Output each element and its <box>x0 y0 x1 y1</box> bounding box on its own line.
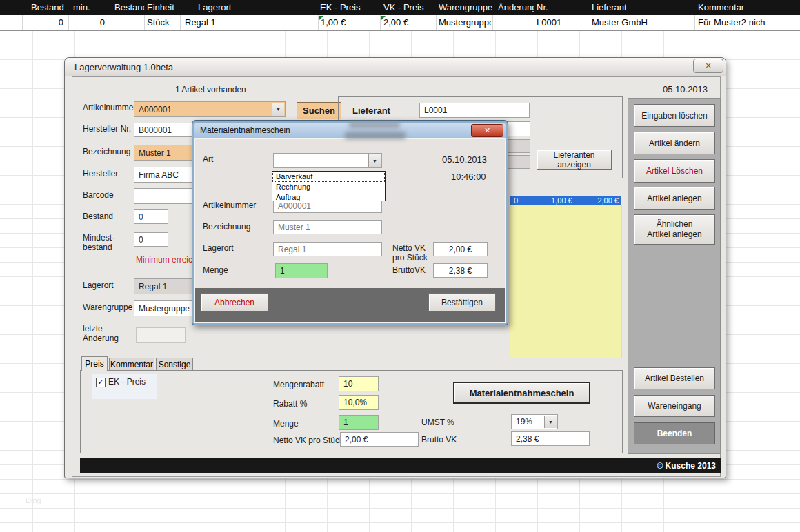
artikelnummer-value: A000001 <box>139 105 172 114</box>
lieferant-field[interactable]: L0001 <box>419 103 530 118</box>
sheet-cell[interactable] <box>110 15 145 30</box>
chevron-down-icon[interactable]: ▼ <box>544 416 557 428</box>
error-flag-icon <box>381 16 386 20</box>
sheet-header-cell[interactable]: Lieferant <box>590 0 695 15</box>
umst-combobox[interactable]: 19% ▼ <box>511 414 558 429</box>
materialentnahmeschein-button[interactable]: Materialentnahmeschein <box>453 382 590 404</box>
article-listbox[interactable] <box>510 205 622 358</box>
artikel-loeschen-button[interactable]: Artikel Löschen <box>634 159 715 183</box>
lieferanten-anzeigen-button[interactable]: Lieferanten anzeigen <box>537 150 612 170</box>
window-titlebar[interactable]: Lagerverwaltung 1.0beta ✕ <box>65 58 726 76</box>
faint-artifact-text: Ding <box>26 496 41 504</box>
sheet-cell[interactable] <box>0 15 23 30</box>
art-label: Art <box>203 154 213 164</box>
rabatt-field[interactable]: 10,0% <box>339 395 379 410</box>
sheet-cell[interactable]: Mustergruppe <box>437 15 493 30</box>
window-title: Lagerverwaltung 1.0beta <box>74 62 173 72</box>
lagerort-label: Lagerort <box>83 280 114 290</box>
chevron-down-icon[interactable]: ▼ <box>272 103 284 116</box>
barcode-field[interactable] <box>134 188 194 204</box>
close-icon[interactable]: ✕ <box>471 124 503 137</box>
selected-list-row[interactable]: 0 1,00 € 2,00 € <box>510 196 621 205</box>
sheet-header-cell[interactable]: VK - Preis <box>381 0 437 15</box>
dialog-artikelnummer-label: Artikelnummer <box>203 201 256 210</box>
sheet-header-cell[interactable]: Warengruppe <box>437 0 493 15</box>
rabatt-label: Rabatt % <box>273 399 307 409</box>
sheet-cell[interactable]: Für Muster2 nich <box>695 15 800 30</box>
mengenrabatt-label: Mengenrabatt <box>273 380 324 389</box>
dialog-button-bar: Abbrechen Bestättigen <box>195 288 505 322</box>
tab-preis[interactable]: Preis <box>81 356 108 371</box>
eingaben-loeschen-button[interactable]: Eingaben löschen <box>634 104 715 127</box>
sheet-cell[interactable]: 1,00 € <box>319 15 381 30</box>
suchen-button[interactable]: Suchen <box>297 102 341 119</box>
bestaettigen-button[interactable]: Bestättigen <box>428 293 496 311</box>
tab-kommentar[interactable]: Kommentar <box>109 358 154 371</box>
dialog-lagerort-field: Regal 1 <box>273 242 382 256</box>
sheet-header-cell[interactable]: Bestand <box>110 0 145 15</box>
art-combobox[interactable]: ▼ <box>273 153 382 168</box>
umst-value: 19% <box>516 417 532 427</box>
sheet-header-cell[interactable]: Kommentar <box>695 0 800 15</box>
lieferant-label: Lieferant <box>352 105 390 116</box>
artikel-anlegen-button[interactable]: Artikel anlegen <box>634 187 715 210</box>
ek-preis-checkbox-label: EK - Preis <box>108 377 146 387</box>
sheet-cell[interactable] <box>248 15 319 30</box>
brutto-vk-field[interactable]: 2,38 € <box>511 431 590 446</box>
sheet-header-cell[interactable]: EK - Preis <box>319 0 381 15</box>
sheet-cell[interactable]: 2,00 € <box>381 15 437 30</box>
dialog-menge-field[interactable]: 1 <box>275 263 328 278</box>
sheet-header-cell[interactable]: Bestand <box>23 0 69 15</box>
dropdown-option[interactable]: Barverkauf <box>272 172 385 182</box>
sheet-header-cell[interactable]: Änderung <box>493 0 534 15</box>
sheet-cell[interactable]: Regal 1 <box>181 15 248 30</box>
artikelnummer-combobox[interactable]: A000001 ▼ <box>134 101 286 117</box>
bestand-field[interactable]: 0 <box>134 209 168 224</box>
row-col1: 0 <box>514 196 518 205</box>
sheet-cell[interactable]: 0 <box>23 15 69 30</box>
netto-vk-label: Netto VK pro Stück <box>273 436 343 445</box>
dialog-bezeichnung-field: Muster 1 <box>273 220 382 234</box>
hersteller-nr-field[interactable]: B000001 <box>134 123 194 137</box>
sheet-header-cell[interactable]: min. <box>69 0 110 15</box>
netto-vk-field[interactable]: 2,00 € <box>340 432 419 447</box>
row-col3: 2,00 € <box>597 196 619 205</box>
ek-preis-checkbox[interactable]: ✓ <box>96 378 106 387</box>
hidden-field-stub <box>507 121 530 136</box>
aehnlichen-artikel-anlegen-button[interactable]: Ähnlichen Artikel anlegen <box>634 214 715 245</box>
mengenrabatt-field[interactable]: 10 <box>339 376 379 391</box>
menge-field[interactable]: 1 <box>339 415 379 430</box>
wareneingang-button[interactable]: Wareneingang <box>634 395 715 417</box>
artikel-bestellen-button[interactable]: Artikel Bestellen <box>634 367 715 389</box>
letzte-aenderung-label: letzteÄnderung <box>83 324 119 343</box>
sheet-header-cell[interactable]: Nr. <box>534 0 590 15</box>
dialog-netto-field[interactable]: 2,00 € <box>433 242 488 256</box>
sheet-cell[interactable]: Stück <box>145 15 181 30</box>
article-count-label: 1 Artikel vorhanden <box>175 85 246 94</box>
sheet-cell[interactable]: 0 <box>69 15 110 30</box>
lagerort-field: Regal 1 <box>134 278 194 294</box>
sheet-cell[interactable]: Muster GmbH <box>590 15 695 30</box>
dropdown-option[interactable]: Auftrag <box>272 192 385 203</box>
barcode-label: Barcode <box>83 190 114 200</box>
sheet-header-cell[interactable]: Einheit <box>145 0 181 15</box>
dialog-brutto-field[interactable]: 2,38 € <box>433 263 488 278</box>
hersteller-field[interactable]: Firma ABC <box>134 167 194 183</box>
artikel-aendern-button[interactable]: Artikel ändern <box>634 132 715 154</box>
warengruppe-field[interactable]: Mustergruppe <box>134 300 199 316</box>
bezeichnung-field[interactable]: Muster 1 <box>134 145 194 161</box>
dropdown-option[interactable]: Rechnung <box>272 182 385 192</box>
copyright-text: © Kusche 2013 <box>657 461 716 471</box>
artikelnummer-label: Artikelnummer <box>83 103 136 112</box>
tab-sonstige[interactable]: Sonstige <box>156 358 193 371</box>
sheet-cell[interactable] <box>493 15 534 30</box>
sheet-header-cell[interactable]: Lagerort <box>181 0 248 15</box>
dialog-body: Art ▼ Barverkauf Rechnung Auftrag 05.10.… <box>194 138 506 323</box>
chevron-down-icon[interactable]: ▼ <box>368 154 381 167</box>
umst-label: UMST % <box>421 418 454 427</box>
abbrechen-button[interactable]: Abbrechen <box>201 293 268 311</box>
beenden-button[interactable]: Beenden <box>634 422 715 444</box>
sheet-cell[interactable]: L0001 <box>534 15 590 30</box>
mindestbestand-field[interactable]: 0 <box>134 232 168 247</box>
close-icon[interactable]: ✕ <box>693 59 723 73</box>
